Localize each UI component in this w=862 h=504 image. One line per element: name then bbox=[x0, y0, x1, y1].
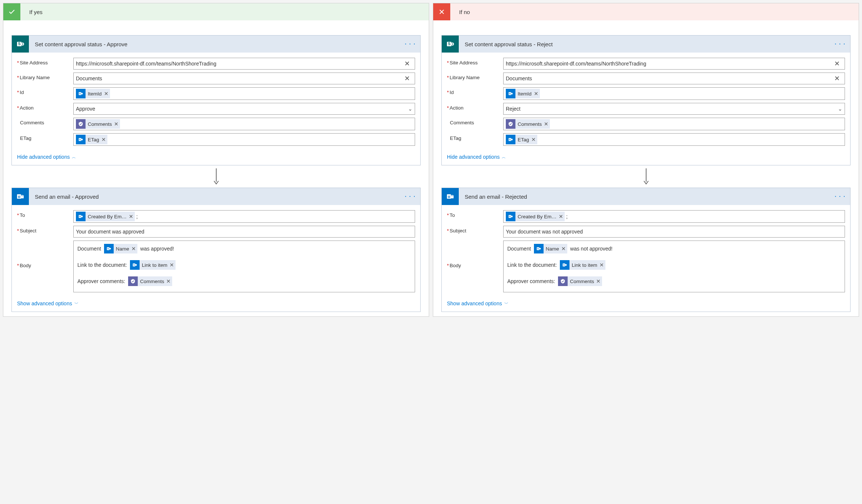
svg-text:o: o bbox=[18, 194, 20, 199]
email-approved-header[interactable]: o Send an email - Approved · · · bbox=[12, 188, 420, 205]
email-rejected-header[interactable]: o Send an email - Rejected · · · bbox=[442, 188, 850, 205]
remove-token-icon[interactable]: ✕ bbox=[170, 262, 174, 268]
svg-text:S: S bbox=[79, 138, 81, 141]
comments-input[interactable]: Comments ✕ bbox=[503, 118, 845, 130]
comments-token[interactable]: Comments ✕ bbox=[76, 119, 120, 129]
approve-status-header[interactable]: S Set content approval status - Approve … bbox=[12, 36, 420, 53]
hide-advanced-link[interactable]: Hide advanced options ︿ bbox=[12, 151, 81, 165]
action-select[interactable]: Approve ⌄ bbox=[73, 103, 415, 115]
sharepoint-token-icon: S bbox=[130, 260, 140, 270]
svg-text:S: S bbox=[107, 248, 109, 250]
etag-token[interactable]: S ETag ✕ bbox=[506, 135, 537, 144]
remove-token-icon[interactable]: ✕ bbox=[104, 91, 108, 97]
sharepoint-token-icon: S bbox=[560, 260, 569, 270]
comments-token[interactable]: Comments ✕ bbox=[506, 119, 550, 129]
etag-token[interactable]: S ETag ✕ bbox=[76, 135, 107, 144]
site-address-input[interactable]: https://microsoft.sharepoint-df.com/team… bbox=[503, 58, 845, 70]
approvals-token-icon bbox=[558, 276, 568, 286]
subject-label: Subject bbox=[447, 226, 503, 233]
comments-label: Comments bbox=[447, 118, 503, 125]
svg-text:S: S bbox=[563, 264, 565, 266]
site-address-label: Site Address bbox=[447, 58, 503, 65]
sharepoint-icon: S bbox=[12, 36, 29, 53]
itemid-token[interactable]: S ItemId ✕ bbox=[506, 89, 540, 98]
svg-text:S: S bbox=[448, 42, 451, 46]
created-by-email-token[interactable]: S Created By Em… ✕ bbox=[506, 212, 565, 221]
itemid-token[interactable]: S ItemId ✕ bbox=[76, 89, 110, 98]
svg-text:S: S bbox=[509, 138, 511, 141]
reject-status-header[interactable]: S Set content approval status - Reject ·… bbox=[442, 36, 850, 53]
subject-input[interactable]: Your document was not approved bbox=[503, 226, 845, 238]
name-token[interactable]: S Name ✕ bbox=[534, 244, 567, 253]
show-advanced-link[interactable]: Show advanced options ﹀ bbox=[442, 298, 514, 312]
etag-input[interactable]: S ETag ✕ bbox=[73, 133, 415, 146]
sharepoint-token-icon: S bbox=[534, 244, 544, 253]
chevron-down-icon[interactable]: ⌄ bbox=[401, 106, 412, 112]
svg-text:S: S bbox=[79, 215, 81, 218]
body-input[interactable]: Document S Name ✕ was approved! Link to … bbox=[73, 241, 415, 292]
condition-columns: If yes S Set content approval status - A… bbox=[3, 3, 859, 317]
to-input[interactable]: S Created By Em… ✕ ; bbox=[73, 210, 415, 223]
library-name-label: Library Name bbox=[447, 73, 503, 80]
sharepoint-token-icon: S bbox=[76, 135, 86, 144]
library-name-input[interactable]: Documents ✕ bbox=[503, 73, 845, 84]
sharepoint-token-icon: S bbox=[506, 212, 515, 221]
etag-input[interactable]: S ETag ✕ bbox=[503, 133, 845, 146]
body-input[interactable]: Document S Name ✕ was not approved! Link… bbox=[503, 241, 845, 292]
comments-token[interactable]: Comments ✕ bbox=[558, 276, 602, 286]
site-address-input[interactable]: https://microsoft.sharepoint-df.com/team… bbox=[73, 58, 415, 70]
comments-token[interactable]: Comments ✕ bbox=[128, 276, 172, 286]
email-approved-card: o Send an email - Approved · · · To S Cr… bbox=[11, 188, 421, 312]
subject-input[interactable]: Your document was approved bbox=[73, 226, 415, 238]
created-by-email-token[interactable]: S Created By Em… ✕ bbox=[76, 212, 135, 221]
remove-token-icon[interactable]: ✕ bbox=[114, 121, 118, 127]
remove-token-icon[interactable]: ✕ bbox=[531, 137, 536, 142]
clear-icon[interactable]: ✕ bbox=[401, 60, 412, 68]
clear-icon[interactable]: ✕ bbox=[831, 60, 842, 68]
to-input[interactable]: S Created By Em… ✕ ; bbox=[503, 210, 845, 223]
if-no-column: If no S Set content approval status - Re… bbox=[433, 3, 859, 317]
link-to-item-token[interactable]: S Link to item ✕ bbox=[560, 260, 605, 270]
id-input[interactable]: S ItemId ✕ bbox=[503, 87, 845, 100]
link-to-item-token[interactable]: S Link to item ✕ bbox=[130, 260, 176, 270]
action-select[interactable]: Reject ⌄ bbox=[503, 103, 845, 115]
sharepoint-token-icon: S bbox=[506, 135, 515, 144]
etag-label: ETag bbox=[17, 133, 73, 141]
show-advanced-link[interactable]: Show advanced options ﹀ bbox=[12, 298, 84, 312]
chevron-down-icon[interactable]: ⌄ bbox=[831, 106, 842, 112]
remove-token-icon[interactable]: ✕ bbox=[599, 262, 604, 268]
svg-text:S: S bbox=[537, 248, 539, 250]
email-rejected-card: o Send an email - Rejected · · · To S Cr… bbox=[441, 188, 851, 312]
if-yes-label: If yes bbox=[29, 9, 43, 15]
subject-label: Subject bbox=[17, 226, 73, 233]
svg-point-40 bbox=[539, 248, 541, 250]
remove-token-icon[interactable]: ✕ bbox=[101, 137, 106, 142]
svg-text:S: S bbox=[509, 93, 511, 95]
library-name-input[interactable]: Documents ✕ bbox=[73, 73, 415, 84]
more-icon[interactable]: · · · bbox=[835, 194, 846, 199]
svg-text:S: S bbox=[79, 93, 81, 95]
comments-input[interactable]: Comments ✕ bbox=[73, 118, 415, 130]
action-label: Action bbox=[447, 103, 503, 111]
sharepoint-token-icon: S bbox=[104, 244, 114, 253]
clear-icon[interactable]: ✕ bbox=[831, 74, 842, 83]
clear-icon[interactable]: ✕ bbox=[401, 74, 412, 83]
if-yes-header: If yes bbox=[3, 3, 429, 20]
remove-token-icon[interactable]: ✕ bbox=[559, 214, 563, 219]
library-name-label: Library Name bbox=[17, 73, 73, 80]
more-icon[interactable]: · · · bbox=[405, 194, 416, 199]
id-input[interactable]: S ItemId ✕ bbox=[73, 87, 415, 100]
remove-token-icon[interactable]: ✕ bbox=[166, 278, 171, 284]
remove-token-icon[interactable]: ✕ bbox=[534, 91, 538, 97]
more-icon[interactable]: · · · bbox=[835, 41, 846, 47]
remove-token-icon[interactable]: ✕ bbox=[544, 121, 548, 127]
name-token[interactable]: S Name ✕ bbox=[104, 244, 137, 253]
hide-advanced-link[interactable]: Hide advanced options ︿ bbox=[442, 151, 511, 165]
more-icon[interactable]: · · · bbox=[405, 41, 416, 47]
remove-token-icon[interactable]: ✕ bbox=[596, 278, 601, 284]
remove-token-icon[interactable]: ✕ bbox=[131, 246, 136, 252]
if-yes-column: If yes S Set content approval status - A… bbox=[3, 3, 429, 317]
remove-token-icon[interactable]: ✕ bbox=[129, 214, 133, 219]
remove-token-icon[interactable]: ✕ bbox=[561, 246, 566, 252]
chevron-down-icon: ﹀ bbox=[504, 301, 508, 306]
